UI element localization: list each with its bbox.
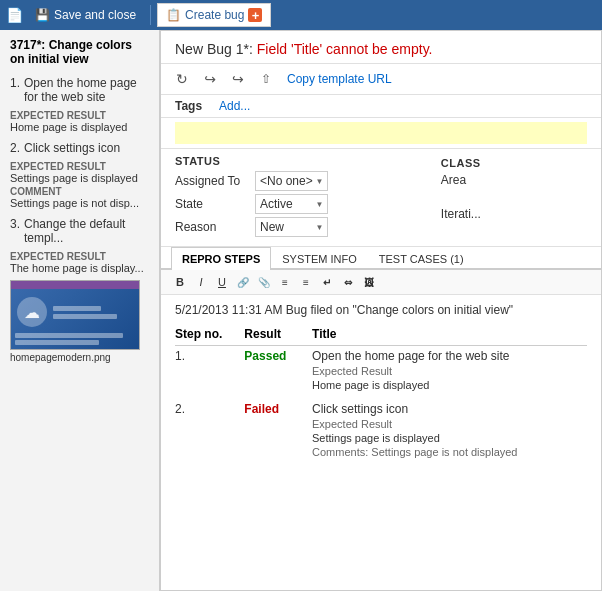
publish-icon[interactable]: ⇧ <box>255 68 277 90</box>
state-field: State Active ▼ <box>175 194 328 214</box>
save-close-button[interactable]: 💾 Save and close <box>27 3 144 27</box>
step-number-3: 3. <box>10 217 20 248</box>
result-2: Failed <box>244 394 312 461</box>
row-title-1: Open the home page for the web site <box>312 349 581 363</box>
tab-system-info[interactable]: SYSTEM INFO <box>271 247 368 270</box>
bug-title-error-text: Field 'Title' cannot be empty. <box>257 41 433 57</box>
repro-content: 5/21/2013 11:31 AM Bug filed on "Change … <box>161 295 601 590</box>
save-close-label: Save and close <box>54 8 136 22</box>
screenshot-thumbnail: ☁ <box>10 280 140 350</box>
reason-dropdown-arrow: ▼ <box>316 223 324 232</box>
assigned-to-text: <No one> <box>260 174 313 188</box>
main-area: 3717*: Change colors on initial view 1. … <box>0 30 602 591</box>
class-heading: CLASS <box>441 157 587 169</box>
expected-label-1: EXPECTED RESULT <box>10 110 149 121</box>
assigned-to-dropdown-arrow: ▼ <box>316 177 324 186</box>
expected-sub-value-2: Settings page is displayed <box>312 432 581 444</box>
tabs-row: REPRO STEPS SYSTEM INFO TEST CASES (1) <box>161 247 601 270</box>
expected-value-2: Settings page is displayed <box>10 172 149 184</box>
screenshot-filename: homepagemodern.png <box>10 352 149 363</box>
comment-value-2: Settings page is not disp... <box>10 197 149 209</box>
expected-sub-label-1: Expected Result <box>312 365 581 377</box>
left-panel: 3717*: Change colors on initial view 1. … <box>0 30 160 591</box>
title-1: Open the home page for the web site Expe… <box>312 346 587 395</box>
expected-value-3: The home page is display... <box>10 262 149 274</box>
table-row: 1. Passed Open the home page for the web… <box>175 346 587 395</box>
step-text-2: Click settings icon <box>24 141 120 155</box>
row-title-2: Click settings icon <box>312 402 581 416</box>
copy-template-link[interactable]: Copy template URL <box>287 72 392 86</box>
assigned-to-value[interactable]: <No one> ▼ <box>255 171 328 191</box>
save-icon: 💾 <box>35 8 50 22</box>
comment-label-2: COMMENT <box>10 186 149 197</box>
step-item-2: 2. Click settings icon EXPECTED RESULT S… <box>10 141 149 209</box>
col-result: Result <box>244 325 312 346</box>
step-text-1: Open the home page for the web site <box>24 76 149 104</box>
expected-label-3: EXPECTED RESULT <box>10 251 149 262</box>
create-bug-button[interactable]: 📋 Create bug + <box>157 3 271 27</box>
comment-label-2: Comments: <box>312 446 368 458</box>
title-input[interactable] <box>175 122 587 144</box>
assigned-to-label: Assigned To <box>175 174 255 188</box>
toolbar-divider <box>150 5 151 25</box>
tags-row: Tags Add... <box>161 95 601 118</box>
comment-sub-2: Comments: Settings page is not displayed <box>312 446 581 458</box>
status-section: STATUS Assigned To <No one> ▼ State <box>161 149 601 247</box>
step-item-1: 1. Open the home page for the web site E… <box>10 76 149 133</box>
state-label: State <box>175 197 255 211</box>
tab-repro-steps[interactable]: REPRO STEPS <box>171 247 271 270</box>
reason-field: Reason New ▼ <box>175 217 328 237</box>
expected-label-2: EXPECTED RESULT <box>10 161 149 172</box>
title-2: Click settings icon Expected Result Sett… <box>312 394 587 461</box>
tab-test-cases[interactable]: TEST CASES (1) <box>368 247 475 270</box>
screenshot-bar <box>11 281 139 289</box>
tags-label: Tags <box>175 99 211 113</box>
title-input-row <box>161 118 601 149</box>
state-dropdown-arrow: ▼ <box>316 200 324 209</box>
link-button[interactable]: 🔗 <box>234 273 252 291</box>
col-title: Title <box>312 325 587 346</box>
expected-sub-value-1: Home page is displayed <box>312 379 581 391</box>
italic-button[interactable]: I <box>192 273 210 291</box>
list-button[interactable]: ≡ <box>276 273 294 291</box>
underline-button[interactable]: U <box>213 273 231 291</box>
iteration-label: Iterati... <box>441 207 587 221</box>
undo-icon[interactable]: ↩ <box>199 68 221 90</box>
step-text-3: Change the default templ... <box>24 217 149 245</box>
repro-table: Step no. Result Title 1. Passed Open the… <box>175 325 587 461</box>
create-bug-label: Create bug <box>185 8 244 22</box>
page-title: 3717*: Change colors on initial view <box>10 38 149 66</box>
reason-value[interactable]: New ▼ <box>255 217 328 237</box>
ordered-list-button[interactable]: ≡ <box>297 273 315 291</box>
step-number-1: 1. <box>10 76 20 107</box>
refresh-icon[interactable]: ↻ <box>171 68 193 90</box>
step-number-2: 2. <box>10 141 20 158</box>
reason-text: New <box>260 220 284 234</box>
bug-title-error: New Bug 1*: Field 'Title' cannot be empt… <box>175 41 587 57</box>
reason-label: Reason <box>175 220 255 234</box>
status-heading: STATUS <box>175 155 431 167</box>
result-failed-2: Failed <box>244 402 279 416</box>
indent-button[interactable]: ↵ <box>318 273 336 291</box>
editor-toolbar: B I U 🔗 📎 ≡ ≡ ↵ ⇔ 🖼 <box>161 270 601 295</box>
state-text: Active <box>260 197 293 211</box>
outdent-button[interactable]: ⇔ <box>339 273 357 291</box>
bug-title-prefix: New Bug 1*: <box>175 41 257 57</box>
screenshot-content: ☁ <box>11 289 139 349</box>
result-passed-1: Passed <box>244 349 286 363</box>
main-toolbar: 📄 💾 Save and close 📋 Create bug + <box>0 0 602 30</box>
bug-panel: New Bug 1*: Field 'Title' cannot be empt… <box>160 30 602 591</box>
bug-header: New Bug 1*: Field 'Title' cannot be empt… <box>161 31 601 64</box>
plus-icon: + <box>248 8 262 22</box>
bold-button[interactable]: B <box>171 273 189 291</box>
redo-icon[interactable]: ↪ <box>227 68 249 90</box>
image-button[interactable]: 🖼 <box>360 273 378 291</box>
step-no-1: 1. <box>175 346 244 395</box>
bug-doc-icon: 📋 <box>166 8 181 22</box>
tags-add-link[interactable]: Add... <box>219 99 250 113</box>
expected-sub-label-2: Expected Result <box>312 418 581 430</box>
attachment-button[interactable]: 📎 <box>255 273 273 291</box>
expected-value-1: Home page is displayed <box>10 121 149 133</box>
state-value[interactable]: Active ▼ <box>255 194 328 214</box>
result-1: Passed <box>244 346 312 395</box>
